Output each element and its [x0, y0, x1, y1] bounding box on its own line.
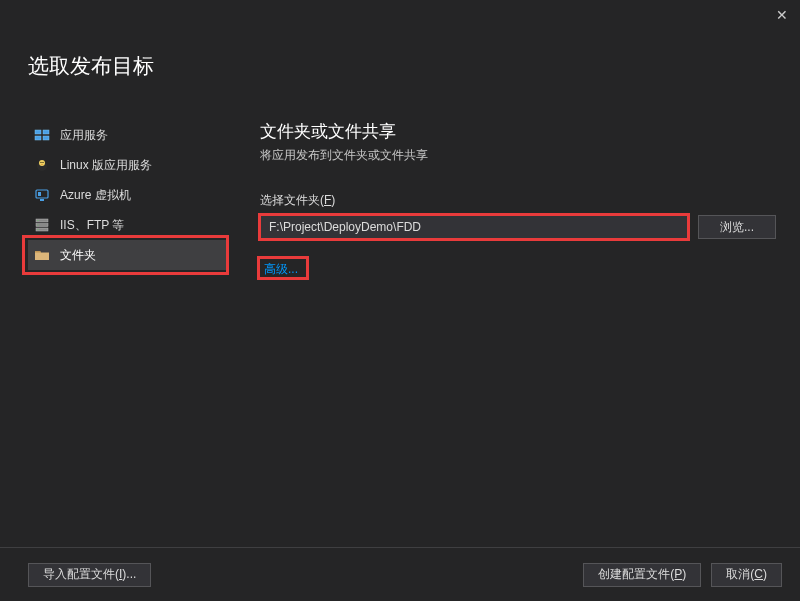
sidebar-item-label: 文件夹 [60, 247, 96, 264]
sidebar-item-label: Linux 版应用服务 [60, 157, 152, 174]
sidebar-item-iis-ftp[interactable]: IIS、FTP 等 [28, 210, 228, 240]
sidebar-item-label: 应用服务 [60, 127, 108, 144]
folder-path-input[interactable] [260, 215, 688, 239]
folder-icon [34, 247, 50, 263]
import-profile-button[interactable]: 导入配置文件(I)... [28, 563, 151, 587]
dialog-title: 选取发布目标 [0, 30, 800, 80]
advanced-link[interactable]: 高级... [260, 260, 302, 278]
main-title: 文件夹或文件共享 [260, 120, 776, 143]
create-profile-button[interactable]: 创建配置文件(P) [583, 563, 701, 587]
browse-button[interactable]: 浏览... [698, 215, 776, 239]
svg-rect-8 [36, 190, 48, 198]
svg-point-6 [40, 162, 41, 163]
sidebar-item-label: Azure 虚拟机 [60, 187, 131, 204]
folder-field-label: 选择文件夹(F) [260, 192, 776, 209]
azure-vm-icon [34, 187, 50, 203]
svg-rect-1 [43, 130, 49, 134]
sidebar: 应用服务 Linux 版应用服务 Azure 虚拟机 IIS、FTP 等 [0, 120, 228, 278]
main-panel: 文件夹或文件共享 将应用发布到文件夹或文件共享 选择文件夹(F) 浏览... 高… [228, 120, 800, 278]
svg-rect-9 [40, 199, 44, 201]
svg-point-15 [37, 224, 38, 225]
sidebar-item-linux-app-service[interactable]: Linux 版应用服务 [28, 150, 228, 180]
linux-icon [34, 157, 50, 173]
svg-point-5 [39, 160, 45, 166]
svg-point-7 [42, 162, 43, 163]
app-service-icon [34, 127, 50, 143]
main-subtitle: 将应用发布到文件夹或文件共享 [260, 147, 776, 164]
svg-rect-2 [35, 136, 41, 140]
svg-point-14 [37, 220, 38, 221]
sidebar-item-azure-vm[interactable]: Azure 虚拟机 [28, 180, 228, 210]
sidebar-item-label: IIS、FTP 等 [60, 217, 124, 234]
dialog-footer: 导入配置文件(I)... 创建配置文件(P) 取消(C) [0, 547, 800, 601]
close-icon[interactable]: ✕ [776, 7, 788, 23]
svg-rect-0 [35, 130, 41, 134]
svg-rect-3 [43, 136, 49, 140]
svg-rect-10 [38, 192, 41, 196]
sidebar-item-folder[interactable]: 文件夹 [28, 240, 228, 270]
cancel-button[interactable]: 取消(C) [711, 563, 782, 587]
server-icon [34, 217, 50, 233]
svg-point-16 [37, 229, 38, 230]
sidebar-item-app-service[interactable]: 应用服务 [28, 120, 228, 150]
